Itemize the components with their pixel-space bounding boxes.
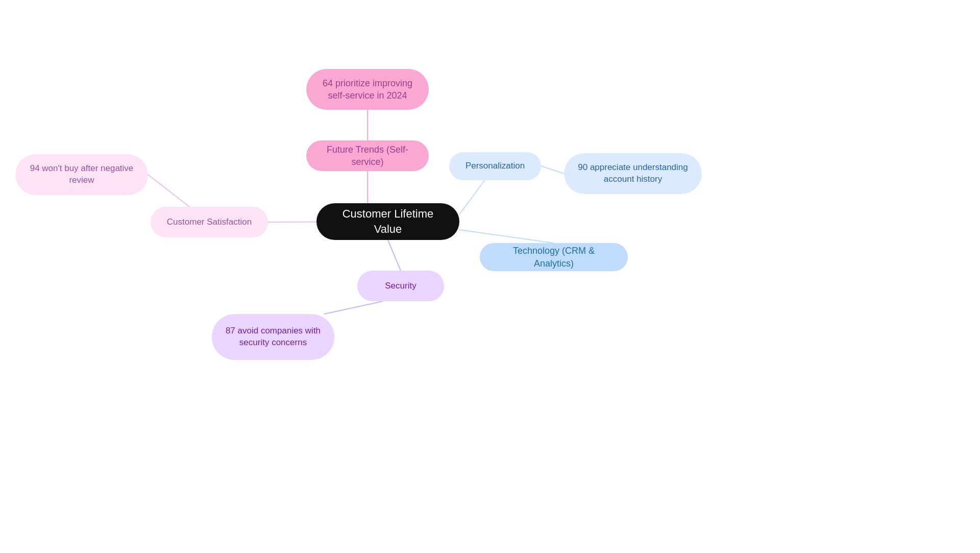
security-node[interactable]: Security (357, 271, 444, 301)
self-service-label: 64 prioritize improving self-service in … (318, 77, 416, 102)
security-concerns-node[interactable]: 87 avoid companies with security concern… (212, 314, 334, 360)
center-node-label: Customer Lifetime Value (329, 206, 447, 236)
customer-satisfaction-node[interactable]: Customer Satisfaction (151, 207, 268, 237)
negative-review-node[interactable]: 94 won't buy after negative review (15, 154, 148, 195)
future-trends-node[interactable]: Future Trends (Self-service) (306, 140, 429, 171)
future-trends-label: Future Trends (Self-service) (318, 143, 416, 169)
account-history-node[interactable]: 90 appreciate understanding account hist… (564, 153, 702, 194)
personalization-label: Personalization (465, 160, 525, 172)
technology-node[interactable]: Technology (CRM & Analytics) (480, 243, 628, 271)
account-history-label: 90 appreciate understanding account hist… (576, 162, 690, 185)
svg-line-5 (541, 166, 564, 174)
svg-line-8 (324, 301, 383, 314)
customer-satisfaction-label: Customer Satisfaction (167, 217, 252, 228)
negative-review-label: 94 won't buy after negative review (28, 163, 136, 186)
security-concerns-label: 87 avoid companies with security concern… (224, 325, 322, 349)
svg-line-7 (388, 240, 401, 271)
security-label: Security (385, 280, 416, 292)
svg-line-6 (459, 230, 554, 243)
technology-label: Technology (CRM & Analytics) (492, 245, 616, 270)
personalization-node[interactable]: Personalization (449, 152, 541, 180)
center-node[interactable]: Customer Lifetime Value (316, 203, 459, 240)
self-service-node[interactable]: 64 prioritize improving self-service in … (306, 69, 429, 110)
